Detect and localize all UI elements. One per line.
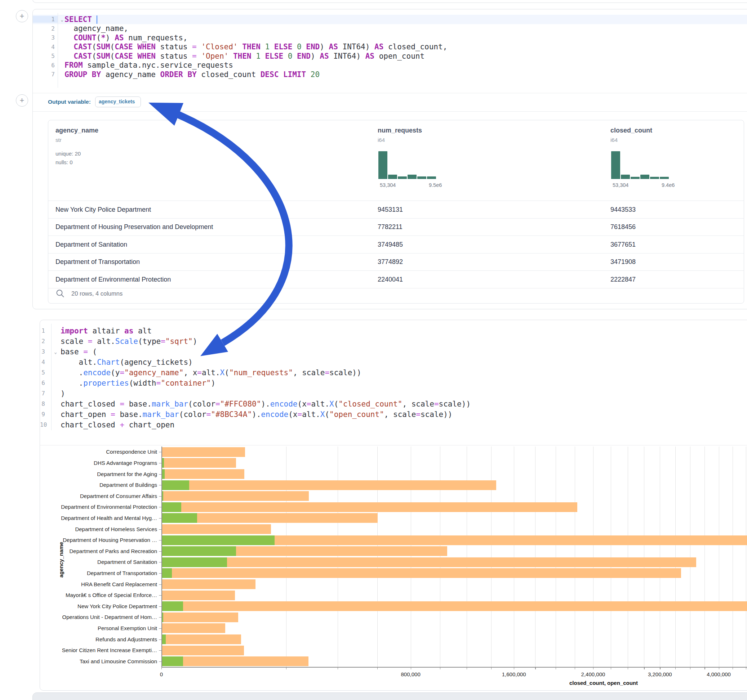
closed_count-bar [162,524,271,534]
sql-cell-card: 1⌄SELECT 2 agency_name,3 COUNT(*) AS num… [32,9,747,309]
cell-closed-count: 3677651 [611,241,636,249]
add-cell-button-top[interactable]: + [16,10,28,22]
y-axis-tick [159,474,162,475]
code-line-8[interactable]: 8chart_closed = base.mark_bar(color="#FF… [40,398,747,409]
y-axis-tick [159,661,162,662]
closed_count-bar [162,591,235,600]
open_count-bar [162,469,165,479]
y-axis-tick [159,562,162,563]
table-row[interactable]: Department of Housing Preservation and D… [48,218,744,236]
fold-caret-icon[interactable]: ⌄ [54,349,57,355]
cell-num-requests: 2240041 [378,276,403,284]
cell-num-requests: 3774892 [378,258,403,266]
next-cell-edge [32,692,747,700]
table-row-count: 20 rows, 4 columns [71,290,122,297]
code-line-4[interactable]: 4 CAST(SUM(CASE WHEN status = 'Closed' T… [33,42,747,52]
row-separator [48,288,744,288]
y-axis-tick-label: Department of Environmental Protection [0,504,157,510]
y-axis-tick-label: Senior Citizen Rent Increase Exempti… [0,647,157,653]
code-line-1[interactable]: 1⌄SELECT [33,15,747,24]
y-axis-tick-label: Department of Health and Mental Hyg… [0,515,157,521]
histogram-bar [427,177,436,179]
column-type-num-requests: i64 [378,137,385,143]
y-axis-tick-label: HRA Benefit Card Replacement [0,581,157,587]
closed_count-bar [162,646,244,655]
closed_count-bar [162,568,681,578]
y-axis-tick [159,595,162,596]
previous-cell-edge [32,0,747,3]
y-axis-tick [159,485,162,486]
column-type-closed-count: i64 [611,137,618,143]
table-footer: 20 rows, 4 columns [56,289,122,298]
closed_count-bar [162,502,577,512]
code-output-divider [33,93,747,93]
y-axis-tick-label: New York City Police Department [0,603,157,609]
closed_count-bar [162,447,245,457]
closed_count-bar [162,612,238,622]
column-stat-nulls: nulls: 0 [56,159,73,165]
python-code-editor[interactable]: 1import altair as alt2scale = alt.Scale(… [40,326,747,430]
histogram-min-label-num: 53,304 [380,182,396,188]
code-line-1[interactable]: 1import altair as alt [40,326,747,336]
column-header-closed-count: closed_count [611,127,652,134]
code-line-2[interactable]: 2scale = alt.Scale(type="sqrt") [40,336,747,346]
y-axis-tick-label: Department of Housing Preservation … [0,537,157,543]
y-axis-tick [159,606,162,607]
code-line-7[interactable]: 7GROUP BY agency_name ORDER BY closed_co… [33,70,747,79]
altair-chart: Correspondence UnitDHS Advantage Program… [0,445,747,694]
code-line-10[interactable]: 10chart_closed + chart_open [40,419,747,430]
fold-caret-icon[interactable]: ⌄ [60,17,64,22]
table-row[interactable]: Department of Environmental Protection22… [48,270,744,288]
x-axis-tick-label: 2,400,000 [564,671,622,677]
open_count-bar [162,502,181,512]
code-line-2[interactable]: 2 agency_name, [33,24,747,33]
cell-closed-count: 3471908 [611,258,636,266]
x-axis-title: closed_count, open_count [532,680,676,686]
code-line-7[interactable]: 7) [40,388,747,398]
y-axis-tick-label: Department of Parks and Recreation [0,548,157,554]
cell-agency-name: New York City Police Department [56,206,151,214]
code-line-5[interactable]: 5 CAST(SUM(CASE WHEN status = 'Open' THE… [33,51,747,61]
x-axis-line [162,667,747,668]
histogram-max-label-closed: 9.4e6 [662,182,674,188]
cell-closed-count: 9443533 [611,206,636,214]
chart-plot-area [0,447,747,667]
code-line-5[interactable]: 5 .encode(y="agency_name", x=alt.X("num_… [40,367,747,378]
code-line-6[interactable]: 6 .properties(width="container") [40,378,747,388]
histogram-bar [417,177,426,179]
x-axis-tick-label: 800,000 [382,671,440,677]
y-axis-tick-label: Refunds and Adjustments [0,636,157,643]
cell-agency-name: Department of Environmental Protection [56,276,171,284]
y-axis-tick [159,628,162,629]
histogram-bar [398,177,407,179]
closed_count-bar [162,458,236,468]
table-row[interactable]: Department of Transportation377489234719… [48,253,744,271]
code-line-9[interactable]: 9chart_open = base.mark_bar(color="#8BC3… [40,409,747,419]
cell-closed-count: 7618456 [611,223,636,231]
closed_count-bar [162,656,308,666]
closed_count-bar [162,623,225,633]
column-type-agency-name: str [56,137,62,143]
table-row[interactable]: New York City Police Department945313194… [48,201,744,219]
gutter-divider [57,13,58,88]
code-line-3[interactable]: 3 COUNT(*) AS num_requests, [33,33,747,42]
y-axis-tick [159,463,162,463]
closed_count-bar [162,469,244,479]
dataframe-panel: agency_name str unique: 20 nulls: 0 num_… [48,120,744,303]
add-cell-button-output[interactable]: + [16,94,28,107]
sql-code-editor[interactable]: 1⌄SELECT 2 agency_name,3 COUNT(*) AS num… [33,15,747,79]
column-stat-unique: unique: 20 [56,151,81,157]
y-axis-line [162,447,162,667]
table-row[interactable]: Department of Sanitation37494853677651 [48,235,744,253]
search-icon[interactable] [56,289,65,298]
histogram-bar [621,175,630,179]
open_count-bar [162,612,163,622]
cell-closed-count: 2222847 [611,276,636,284]
y-axis-tick [159,617,162,617]
output-variable-pill[interactable]: agency_tickets [95,97,141,107]
code-line-4[interactable]: 4 alt.Chart(agency_tickets) [40,357,747,367]
code-line-6[interactable]: 6FROM sample_data.nyc.service_requests [33,61,747,70]
cell-agency-name: Department of Housing Preservation and D… [56,223,213,231]
closed_count-bar [162,579,256,589]
code-line-3[interactable]: 3⌄base = ( [40,346,747,357]
